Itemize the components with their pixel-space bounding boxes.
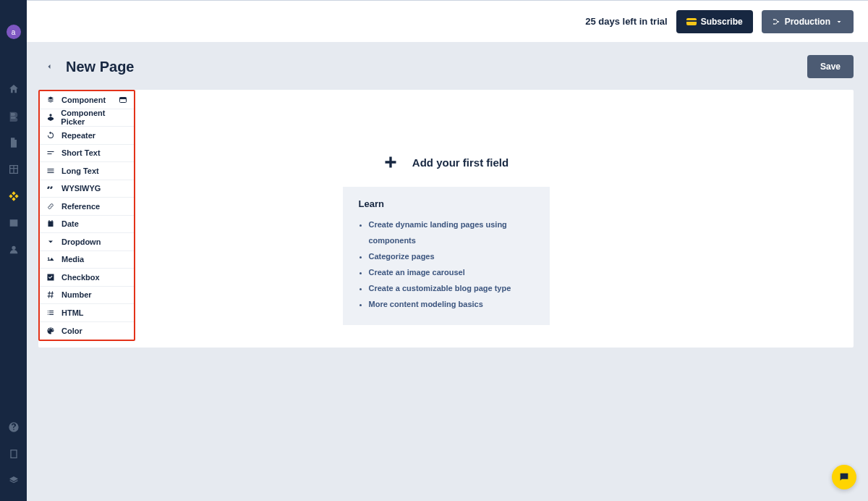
field-type-label: Color: [61, 327, 82, 335]
learn-link: Create an image carousel: [369, 264, 534, 280]
production-dropdown[interactable]: Production: [762, 10, 854, 33]
svg-point-1: [773, 23, 775, 25]
field-type-color[interactable]: Color: [40, 322, 134, 340]
nav-media[interactable]: [0, 209, 27, 236]
window-icon: [118, 96, 128, 104]
topbar: 25 days left in trial Subscribe Producti…: [27, 0, 868, 42]
field-type-short-text[interactable]: Short Text: [40, 145, 134, 163]
calendar-icon: [46, 219, 56, 228]
field-type-label: Repeater: [61, 131, 95, 140]
short-text-icon: [46, 148, 56, 157]
field-type-label: Number: [61, 290, 92, 299]
field-type-label: Date: [61, 219, 79, 228]
field-type-wysiwyg[interactable]: WYSIWYG: [40, 180, 134, 198]
learn-link-text[interactable]: Create an image carousel: [369, 268, 465, 277]
image-icon: [46, 255, 56, 264]
field-type-label: HTML: [61, 308, 84, 317]
field-type-label: Long Text: [61, 167, 99, 175]
trial-text: 25 days left in trial: [585, 16, 667, 27]
add-first-field[interactable]: Add your first field: [255, 155, 638, 169]
field-type-long-text[interactable]: Long Text: [40, 162, 134, 180]
nav-tables[interactable]: [0, 156, 27, 182]
list-icon: [46, 308, 56, 317]
left-sidebar: a: [0, 0, 27, 501]
learn-link: Create dynamic landing pages using compo…: [369, 216, 534, 248]
subscribe-button[interactable]: Subscribe: [676, 10, 753, 33]
field-type-component-picker[interactable]: Component Picker: [40, 109, 134, 127]
back-button[interactable]: [38, 56, 60, 77]
chevron-down-icon: [835, 17, 843, 26]
canvas: ComponentComponent PickerRepeaterShort T…: [38, 90, 854, 348]
repeat-icon: [46, 131, 56, 140]
nav-help[interactable]: [0, 413, 27, 440]
field-type-number[interactable]: Number: [40, 287, 134, 305]
field-type-panel: ComponentComponent PickerRepeaterShort T…: [38, 90, 135, 341]
field-type-label: Component: [61, 96, 106, 104]
learn-link-text[interactable]: Create dynamic landing pages using compo…: [369, 220, 507, 245]
check-icon: [46, 273, 56, 282]
learn-list: Create dynamic landing pages using compo…: [359, 216, 534, 312]
nav-components[interactable]: [0, 182, 27, 209]
hash-icon: [46, 290, 56, 299]
quotes-icon: [46, 184, 56, 193]
learn-link: Categorize pages: [369, 248, 534, 264]
chat-icon: [838, 471, 850, 483]
chat-fab[interactable]: [832, 465, 856, 489]
long-text-icon: [46, 167, 56, 175]
nav-users[interactable]: [0, 236, 27, 263]
field-type-date[interactable]: Date: [40, 216, 134, 234]
avatar[interactable]: a: [7, 25, 21, 39]
svg-rect-4: [120, 97, 127, 99]
learn-link-text[interactable]: More content modeling basics: [369, 300, 483, 308]
save-button[interactable]: Save: [807, 55, 854, 78]
learn-box: Learn Create dynamic landing pages using…: [343, 187, 550, 325]
picker-icon: [46, 113, 55, 122]
page-header: New Page Save: [27, 49, 868, 84]
nav-blog[interactable]: [0, 102, 27, 129]
chev-down-icon: [46, 237, 56, 246]
subscribe-label: Subscribe: [701, 17, 743, 27]
field-type-reference[interactable]: Reference: [40, 198, 134, 216]
nav-pages[interactable]: [0, 129, 27, 156]
link-icon: [46, 202, 56, 211]
palette-icon: [46, 327, 56, 335]
svg-point-0: [773, 19, 775, 20]
field-type-media[interactable]: Media: [40, 251, 134, 269]
learn-link-text[interactable]: Categorize pages: [369, 252, 435, 261]
learn-link: Create a customizable blog page type: [369, 280, 534, 296]
field-type-label: WYSIWYG: [61, 184, 101, 193]
page-title: New Page: [66, 59, 134, 75]
main-area: 25 days left in trial Subscribe Producti…: [27, 0, 868, 501]
credit-card-icon: [686, 18, 697, 25]
field-type-html[interactable]: HTML: [40, 304, 134, 322]
nav-stack[interactable]: [0, 467, 27, 494]
plus-icon: [383, 155, 398, 169]
learn-link-text[interactable]: Create a customizable blog page type: [369, 284, 511, 292]
add-first-label: Add your first field: [412, 156, 509, 169]
center-area: Add your first field Learn Create dynami…: [255, 155, 638, 325]
field-type-label: Short Text: [61, 148, 101, 157]
layers-icon: [46, 96, 56, 104]
field-type-label: Dropdown: [61, 237, 101, 246]
nodes-icon: [772, 17, 780, 26]
field-type-dropdown[interactable]: Dropdown: [40, 233, 134, 251]
field-type-label: Reference: [61, 202, 100, 211]
field-type-label: Component Picker: [61, 109, 128, 126]
nav-home[interactable]: [0, 75, 27, 102]
production-label: Production: [785, 17, 830, 27]
learn-title: Learn: [359, 198, 534, 209]
field-type-label: Media: [61, 255, 84, 264]
field-type-label: Checkbox: [61, 273, 100, 282]
field-type-checkbox[interactable]: Checkbox: [40, 269, 134, 287]
field-type-component[interactable]: Component: [40, 91, 134, 109]
field-type-repeater[interactable]: Repeater: [40, 127, 134, 145]
nav-docs[interactable]: [0, 440, 27, 467]
learn-link: More content modeling basics: [369, 296, 534, 312]
